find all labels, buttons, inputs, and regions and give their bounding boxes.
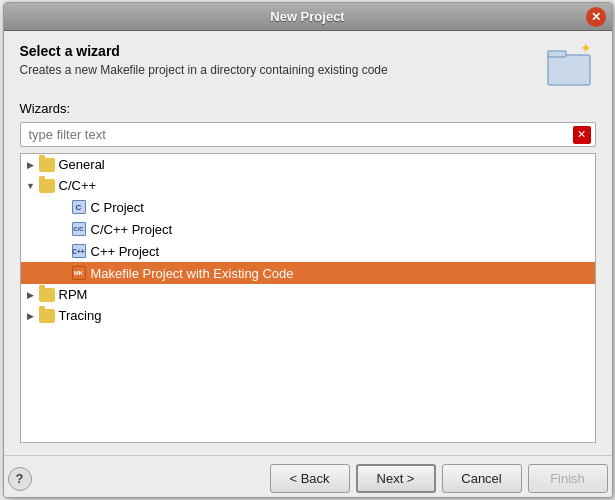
svg-rect-1 xyxy=(548,51,566,57)
arrow-rpm xyxy=(25,289,37,301)
tree-item-c-project[interactable]: C C Project xyxy=(21,196,595,218)
tree-label-makefile-project: Makefile Project with Existing Code xyxy=(91,266,294,281)
folder-icon-tracing xyxy=(39,309,55,323)
tree-item-makefile-project[interactable]: MK Makefile Project with Existing Code xyxy=(21,262,595,284)
tree-label-cpp-group: C/C++ xyxy=(59,178,97,193)
arrow-cpp-group xyxy=(25,180,37,192)
project-icon-makefile: MK xyxy=(71,265,87,281)
svg-rect-0 xyxy=(548,55,590,85)
arrow-general xyxy=(25,159,37,171)
tree-label-c-project: C Project xyxy=(91,200,144,215)
title-bar: New Project ✕ xyxy=(4,3,612,31)
header-section: Select a wizard Creates a new Makefile p… xyxy=(20,43,596,91)
finish-button[interactable]: Finish xyxy=(528,464,608,493)
project-icon-cxx: C++ xyxy=(71,243,87,259)
new-project-dialog: New Project ✕ Select a wizard Creates a … xyxy=(3,2,613,498)
svg-text:✦: ✦ xyxy=(580,40,592,56)
filter-clear-button[interactable]: ✕ xyxy=(573,126,591,144)
next-button[interactable]: Next > xyxy=(356,464,436,493)
help-button[interactable]: ? xyxy=(8,467,32,491)
back-button[interactable]: < Back xyxy=(270,464,350,493)
tree-item-rpm[interactable]: RPM xyxy=(21,284,595,305)
filter-row: ✕ xyxy=(20,122,596,147)
dialog-content: Select a wizard Creates a new Makefile p… xyxy=(4,31,612,451)
wizard-icon: ✦ xyxy=(544,39,596,91)
button-bar: ? < Back Next > Cancel Finish xyxy=(4,455,612,497)
tree-label-general: General xyxy=(59,157,105,172)
dialog-title: New Project xyxy=(270,9,344,24)
tree-label-tracing: Tracing xyxy=(59,308,102,323)
header-description: Creates a new Makefile project in a dire… xyxy=(20,63,534,77)
tree-item-cpp-project[interactable]: C/C C/C++ Project xyxy=(21,218,595,240)
folder-icon-cpp xyxy=(39,179,55,193)
project-icon-c: C xyxy=(71,199,87,215)
folder-icon-general xyxy=(39,158,55,172)
folder-icon-rpm xyxy=(39,288,55,302)
header-title: Select a wizard xyxy=(20,43,534,59)
arrow-tracing xyxy=(25,310,37,322)
tree-label-cxx-project: C++ Project xyxy=(91,244,160,259)
wizards-label: Wizards: xyxy=(20,101,596,116)
filter-input[interactable] xyxy=(25,125,573,144)
tree-item-general[interactable]: General xyxy=(21,154,595,175)
header-text: Select a wizard Creates a new Makefile p… xyxy=(20,43,534,77)
tree-label-cpp-project: C/C++ Project xyxy=(91,222,173,237)
action-buttons: < Back Next > Cancel Finish xyxy=(270,464,608,493)
tree-item-cxx-project[interactable]: C++ C++ Project xyxy=(21,240,595,262)
tree-item-tracing[interactable]: Tracing xyxy=(21,305,595,326)
project-icon-cpp: C/C xyxy=(71,221,87,237)
tree-container[interactable]: General C/C++ C C Project C/C xyxy=(20,153,596,443)
tree-label-rpm: RPM xyxy=(59,287,88,302)
tree-item-cpp-group[interactable]: C/C++ xyxy=(21,175,595,196)
cancel-button[interactable]: Cancel xyxy=(442,464,522,493)
close-button[interactable]: ✕ xyxy=(586,7,606,27)
